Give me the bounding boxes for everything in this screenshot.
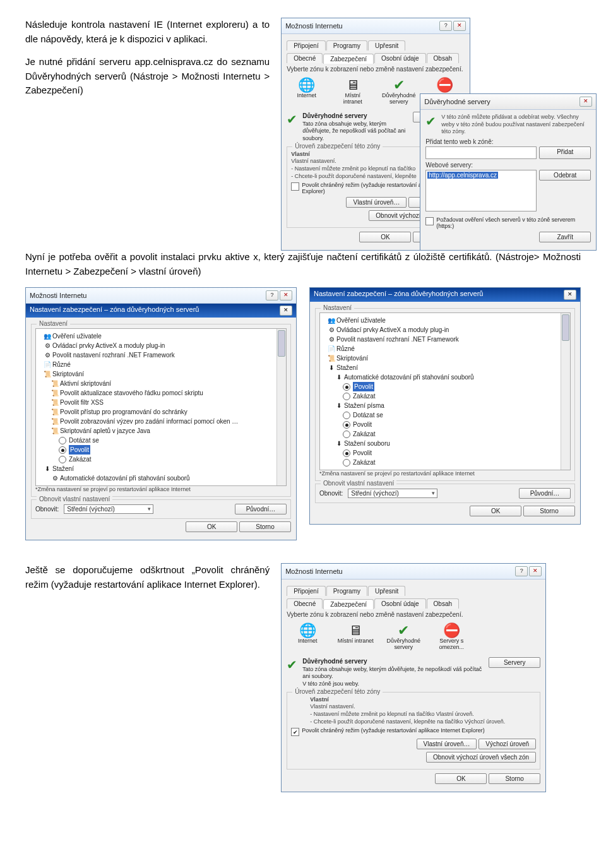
tree-item[interactable]: 📜Skriptování apletů v jazyce Java	[39, 426, 276, 436]
scrollbar[interactable]	[561, 313, 570, 470]
zone-intranet[interactable]: 🖥Místní intranet	[337, 623, 374, 651]
radio-icon[interactable]	[343, 421, 350, 429]
cancel-button[interactable]: Storno	[239, 521, 291, 532]
radio-icon[interactable]	[59, 446, 66, 454]
tab-zabezpeceni[interactable]: Zabezpečení	[323, 54, 374, 64]
tab-obecne[interactable]: Obecné	[287, 53, 323, 63]
tree-item[interactable]: 👥Ověření uživatele	[39, 331, 276, 341]
tree-item[interactable]: 📜Povolit přístup pro programování do sch…	[39, 407, 276, 417]
tree-radio[interactable]: Povolit	[39, 445, 276, 455]
tree-item[interactable]: 📄Různé	[323, 344, 560, 354]
tree-item[interactable]: ⚙Ovládací prvky ActiveX a moduly plug-in	[323, 325, 560, 335]
tab-obecne[interactable]: Obecné	[287, 598, 323, 609]
tree-radio[interactable]: Povolit	[323, 382, 560, 391]
tree-radio[interactable]: Zakázat	[323, 391, 560, 401]
close-button-inner[interactable]: ✕	[280, 306, 292, 316]
tree-item[interactable]: ⚙Automatické dotazování při stahování so…	[39, 473, 276, 483]
radio-icon[interactable]	[343, 431, 350, 438]
tree-item[interactable]: 📜Skriptování	[39, 369, 276, 379]
servers-button[interactable]: Servery	[489, 657, 540, 668]
server-item[interactable]: http://app.celnisprava.cz	[427, 172, 498, 179]
tree-item[interactable]: 📜Aktivní skriptování	[39, 379, 276, 388]
radio-icon[interactable]	[343, 459, 350, 467]
zone-internet[interactable]: 🌐Internet	[289, 78, 324, 105]
tab-obsah[interactable]: Obsah	[427, 598, 459, 609]
reset-select[interactable]: Střední (výchozí)	[64, 504, 153, 514]
close-trusted-button[interactable]: Zavřít	[539, 232, 591, 242]
tree-item[interactable]: ⬇Stažení písma	[323, 401, 560, 410]
radio-icon[interactable]	[59, 437, 66, 444]
close-button[interactable]: ✕	[579, 97, 592, 107]
radio-icon[interactable]	[343, 393, 350, 400]
radio-icon[interactable]	[59, 456, 66, 463]
servers-listbox[interactable]: http://app.celnisprava.cz	[425, 170, 537, 211]
tree-item[interactable]: 📜Skriptování	[323, 354, 560, 363]
scrollbar[interactable]	[276, 329, 286, 485]
cancel-button[interactable]: Storno	[523, 506, 575, 516]
close-button[interactable]: ✕	[564, 290, 576, 300]
tree-item[interactable]: ⬇Stažení souboru	[323, 439, 560, 448]
reset-button[interactable]: Původní…	[235, 504, 287, 514]
close-button[interactable]: ✕	[280, 290, 292, 300]
custom-level-button[interactable]: Vlastní úroveň…	[417, 739, 477, 749]
settings-tree[interactable]: 👥Ověření uživatele⚙Ovládací prvky Active…	[319, 312, 571, 470]
zone-trusted[interactable]: ✔Důvěryhodné servery	[381, 78, 416, 105]
ok-button[interactable]: OK	[470, 506, 521, 516]
help-button[interactable]: ?	[266, 290, 278, 300]
tab-osobni-udaje[interactable]: Osobní údaje	[374, 53, 426, 63]
add-button[interactable]: Přidat	[539, 146, 591, 159]
ok-button[interactable]: OK	[435, 773, 487, 784]
tab-pripojeni[interactable]: Připojení	[287, 586, 325, 596]
tree-radio[interactable]: Dotázat se	[39, 436, 276, 445]
reset-button[interactable]: Původní…	[519, 488, 571, 499]
cancel-button[interactable]: Storno	[489, 773, 540, 784]
tree-item[interactable]: 📜Povolit filtr XSS	[39, 398, 276, 407]
tree-radio[interactable]: Zakázat	[39, 455, 276, 464]
tree-item[interactable]: 👥Ověření uživatele	[323, 316, 560, 325]
tree-item[interactable]: 📜Povolit aktualizace stavového řádku pom…	[39, 388, 276, 398]
tab-osobni-udaje[interactable]: Osobní údaje	[374, 598, 426, 609]
tab-programy[interactable]: Programy	[326, 40, 367, 51]
close-button[interactable]: ✕	[529, 566, 542, 576]
tree-item[interactable]: 📄Různé	[39, 360, 276, 369]
remove-button[interactable]: Odebrat	[539, 170, 591, 181]
tab-obsah[interactable]: Obsah	[427, 53, 459, 63]
tree-item[interactable]: ⚙Povolit nastavení rozhraní .NET Framewo…	[323, 335, 560, 344]
add-web-input[interactable]	[425, 146, 537, 159]
tree-item[interactable]: ⬇Stažení	[323, 363, 560, 372]
radio-icon[interactable]	[343, 449, 350, 457]
tab-programy[interactable]: Programy	[326, 586, 367, 596]
help-button[interactable]: ?	[515, 566, 528, 576]
reset-all-button[interactable]: Obnovit výchozí úroveň všech zón	[426, 752, 536, 763]
tree-radio[interactable]: Povolit	[323, 448, 560, 458]
tab-upresnit[interactable]: Upřesnit	[368, 586, 405, 596]
zone-intranet[interactable]: 🖥Místní intranet	[335, 78, 370, 105]
protected-mode-checkbox[interactable]	[291, 182, 299, 191]
zone-restricted[interactable]: ⛔Servery s omezen...	[433, 623, 470, 651]
ok-button[interactable]: OK	[186, 521, 237, 532]
tree-radio[interactable]: Zakázat	[323, 458, 560, 467]
close-button[interactable]: ✕	[453, 21, 466, 31]
ok-button[interactable]: OK	[359, 232, 411, 242]
tab-upresnit[interactable]: Upřesnit	[368, 40, 405, 51]
tree-radio[interactable]: Povolit	[323, 420, 560, 429]
help-button[interactable]: ?	[439, 21, 452, 31]
radio-icon[interactable]	[343, 412, 350, 419]
require-https-checkbox[interactable]	[425, 217, 434, 225]
radio-icon[interactable]	[343, 383, 350, 391]
custom-level-button[interactable]: Vlastní úroveň…	[346, 197, 407, 208]
zone-internet[interactable]: 🌐Internet	[289, 623, 326, 651]
protected-mode-checkbox[interactable]	[291, 728, 299, 736]
default-level-button[interactable]: Výchozí úroveň	[478, 739, 536, 749]
tree-item[interactable]: ⬇Stažení	[39, 464, 276, 473]
settings-tree[interactable]: 👥Ověření uživatele⚙Ovládací prvky Active…	[35, 328, 287, 486]
reset-select[interactable]: Střední (výchozí)	[348, 489, 437, 498]
tree-radio[interactable]: Dotázat se	[323, 410, 560, 420]
tree-item[interactable]: 📜Povolit zobrazování výzev pro zadání in…	[39, 417, 276, 426]
tree-radio[interactable]: Zakázat	[323, 429, 560, 439]
tab-zabezpeceni[interactable]: Zabezpečení	[323, 599, 374, 609]
tree-item[interactable]: ⚙Ovládací prvky ActiveX a moduly plug-in	[39, 341, 276, 350]
zone-trusted[interactable]: ✔Důvěryhodné servery	[385, 623, 422, 651]
tree-item[interactable]: ⚙Povolit nastavení rozhraní .NET Framewo…	[39, 350, 276, 360]
tree-item[interactable]: ⬇Automatické dotazování při stahování so…	[323, 372, 560, 382]
